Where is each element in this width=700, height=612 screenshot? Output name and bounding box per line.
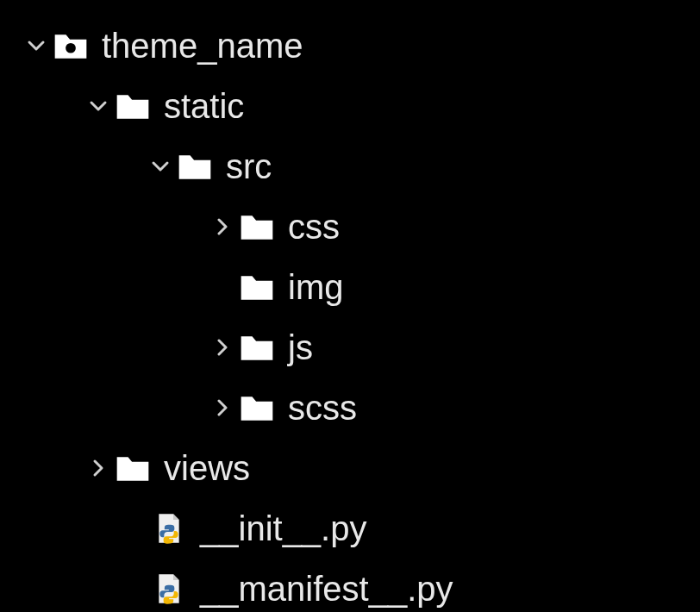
tree-item-label: __manifest__.py	[200, 571, 453, 606]
chevron-right-icon	[207, 332, 238, 363]
tree-item-init-py[interactable]: __init__.py	[21, 498, 700, 559]
chevron-down-icon	[21, 30, 52, 61]
chevron-down-icon	[83, 91, 114, 122]
folder-icon	[238, 208, 276, 246]
folder-icon	[176, 147, 214, 185]
tree-item-label: scss	[288, 390, 357, 425]
python-file-icon	[150, 570, 188, 608]
folder-module-icon	[52, 27, 90, 65]
python-file-icon	[150, 509, 188, 547]
folder-icon	[114, 449, 152, 487]
tree-item-label: __init__.py	[200, 511, 366, 546]
tree-item-label: theme_name	[102, 28, 303, 63]
folder-icon	[238, 268, 276, 306]
tree-item-label: css	[288, 209, 340, 244]
chevron-right-icon	[83, 453, 114, 484]
tree-item-scss[interactable]: scss	[21, 378, 700, 438]
tree-item-views[interactable]: views	[21, 438, 700, 498]
tree-item-static[interactable]: static	[21, 76, 700, 136]
tree-item-theme-name[interactable]: theme_name	[21, 16, 700, 76]
tree-item-manifest-py[interactable]: __manifest__.py	[21, 559, 700, 612]
tree-item-label: static	[164, 89, 244, 123]
tree-item-label: src	[226, 149, 272, 184]
folder-icon	[238, 328, 276, 366]
tree-item-css[interactable]: css	[21, 197, 700, 257]
chevron-right-icon	[207, 392, 238, 423]
tree-item-label: img	[288, 270, 343, 304]
tree-item-label: views	[164, 451, 250, 485]
tree-item-src[interactable]: src	[21, 136, 700, 197]
chevron-right-icon	[207, 211, 238, 242]
tree-item-label: js	[288, 330, 313, 365]
folder-icon	[114, 87, 152, 125]
folder-icon	[238, 389, 276, 427]
tree-item-js[interactable]: js	[21, 317, 700, 378]
chevron-down-icon	[145, 151, 176, 182]
tree-item-img[interactable]: img	[21, 257, 700, 317]
